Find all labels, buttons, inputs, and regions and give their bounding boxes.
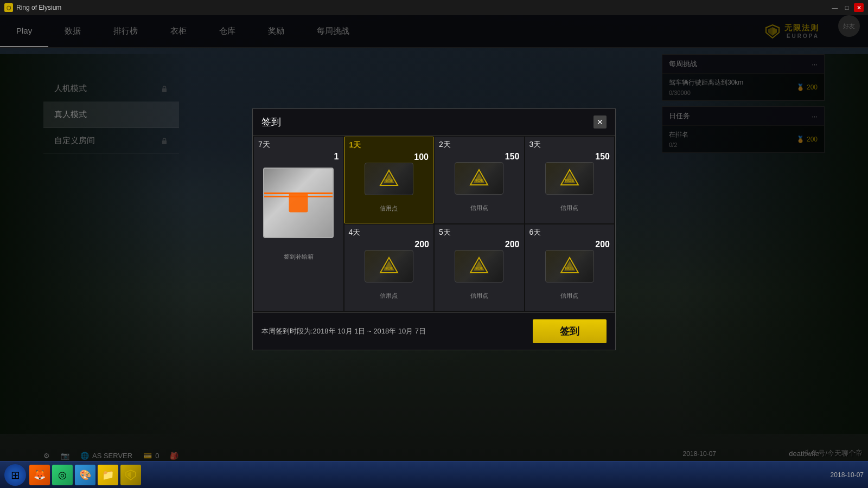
day4-item-label: 信用点 [349,291,430,303]
window-controls[interactable]: — □ ✕ [830,3,864,12]
day6-reward-area: 200 ROE 信用点 [525,240,615,305]
dialog-footer: 本周签到时段为:2018年 10月 1日 ~ 2018年 10月 7日 签到 [253,312,615,350]
card-logo-icon-5: ROE [468,255,490,277]
day2-credit-card: ROE [455,162,503,195]
svg-text:ROE: ROE [475,178,484,183]
day6-item-label: 信用点 [529,291,610,303]
day1-amount: 100 [414,152,429,162]
dialog-title: 签到 [261,115,281,129]
svg-text:ROE: ROE [475,266,484,271]
day2-cell: 2天 150 ROE 信用点 [435,137,524,223]
day5-label: 5天 [439,228,451,237]
maximize-button[interactable]: □ [842,3,852,12]
day7-loot-crate [263,168,334,238]
svg-marker-8 [470,170,488,185]
day6-label: 6天 [529,228,541,237]
day3-reward-area: 150 ROE 信用点 [525,152,615,217]
svg-marker-20 [561,258,578,273]
day1-cell: 1天 100 ROE 信用点 [344,137,434,223]
checkin-days-grid: 1天 100 ROE 信用点 2天 [253,136,615,312]
svg-marker-9 [474,173,484,183]
taskbar-date: 2018-10-07 [831,471,864,479]
day6-credit-card: ROE [545,250,594,282]
day7-item [258,154,339,252]
taskbar-app-paint[interactable]: 🎨 [75,465,95,485]
day3-label-row: 3天 [525,137,615,152]
day5-reward-area: 200 ROE 信用点 [435,240,524,305]
checkin-button[interactable]: 签到 [533,319,607,343]
day7-amount: 1 [334,152,339,162]
svg-marker-5 [380,170,398,185]
card-logo-icon-4: ROE [378,255,400,277]
svg-marker-17 [470,258,488,273]
day1-item-label: 信用点 [349,203,429,216]
day4-cell: 4天 200 ROE 信用点 [344,224,434,311]
svg-marker-6 [384,174,394,183]
svg-text:ROE: ROE [384,266,393,271]
paint-icon: 🎨 [79,469,91,481]
minimize-button[interactable]: — [830,3,840,12]
day7-reward-area: 1 签到补给箱 [254,152,343,266]
checkin-dialog: 签到 ✕ 1天 100 ROE 信用点 [252,108,616,350]
firefox-icon: 🦊 [34,469,46,481]
day6-amount: 200 [595,240,610,249]
day1-label: 1天 [349,140,361,150]
taskbar: ⊞ 🦊 ◎ 🎨 📁 2018-10-07 [0,461,868,488]
start-button[interactable]: ⊞ [4,464,26,486]
day5-item-label: 信用点 [439,291,520,303]
card-logo-icon-3: ROE [559,168,580,189]
day6-cell: 6天 200 ROE 信用点 [525,224,615,311]
card-logo-icon: ROE [378,168,400,190]
svg-text:ROE: ROE [565,178,574,183]
svg-text:ROE: ROE [384,178,393,183]
day2-label-row: 2天 [435,137,524,152]
taskbar-app-game[interactable] [120,465,141,485]
game-shield-icon [125,469,137,481]
day3-cell: 3天 150 ROE 信用点 [525,137,615,223]
day4-label-row: 4天 [344,224,434,240]
titlebar: ⬡ Ring of Elysium — □ ✕ [0,0,868,15]
svg-marker-12 [564,173,575,183]
day1-reward-area: 100 ROE 信用点 [345,152,433,218]
dialog-close-button[interactable]: ✕ [593,115,607,129]
day2-item-label: 信用点 [439,203,520,215]
day7-cell: 7天 1 签到补给箱 [254,137,343,311]
day5-label-row: 5天 [435,224,524,240]
day4-label: 4天 [349,228,361,237]
taskbar-app-folder[interactable]: 📁 [98,465,118,485]
day1-credit-card: ROE [365,163,413,195]
windows-icon: ⊞ [11,468,20,481]
day1-label-row: 1天 [345,137,433,152]
day3-item-label: 信用点 [529,203,610,215]
day3-amount: 150 [595,152,610,162]
day5-amount: 200 [505,240,520,249]
day4-credit-card: ROE [365,250,413,282]
svg-marker-11 [561,170,578,185]
day2-amount: 150 [505,152,520,162]
taskbar-app-chrome[interactable]: ◎ [52,465,73,485]
close-button[interactable]: ✕ [854,3,864,12]
card-logo-icon-2: ROE [468,168,490,189]
day3-credit-card: ROE [545,162,594,195]
svg-marker-18 [474,261,484,271]
day2-label: 2天 [439,140,451,150]
window-title: Ring of Elysium [16,4,830,11]
checkin-date-range: 本周签到时段为:2018年 10月 1日 ~ 2018年 10月 7日 [261,326,426,336]
svg-text:ROE: ROE [565,266,574,271]
day4-reward-area: 200 ROE 信用点 [344,240,434,305]
svg-marker-15 [384,261,394,271]
svg-marker-14 [380,258,398,273]
day7-item-label: 签到补给箱 [258,252,339,264]
day5-cell: 5天 200 ROE 信用点 [435,224,524,311]
svg-marker-21 [564,261,575,271]
day3-label: 3天 [529,140,541,150]
dialog-header: 签到 ✕ [253,109,615,136]
day5-credit-card: ROE [455,250,503,282]
day7-label: 7天 [258,140,270,150]
taskbar-right: 2018-10-07 [831,471,864,479]
day4-amount: 200 [414,240,429,249]
day7-label-row: 7天 [254,137,343,152]
card-logo-icon-6: ROE [559,255,580,277]
day6-label-row: 6天 [525,224,615,240]
taskbar-app-firefox[interactable]: 🦊 [29,465,50,485]
